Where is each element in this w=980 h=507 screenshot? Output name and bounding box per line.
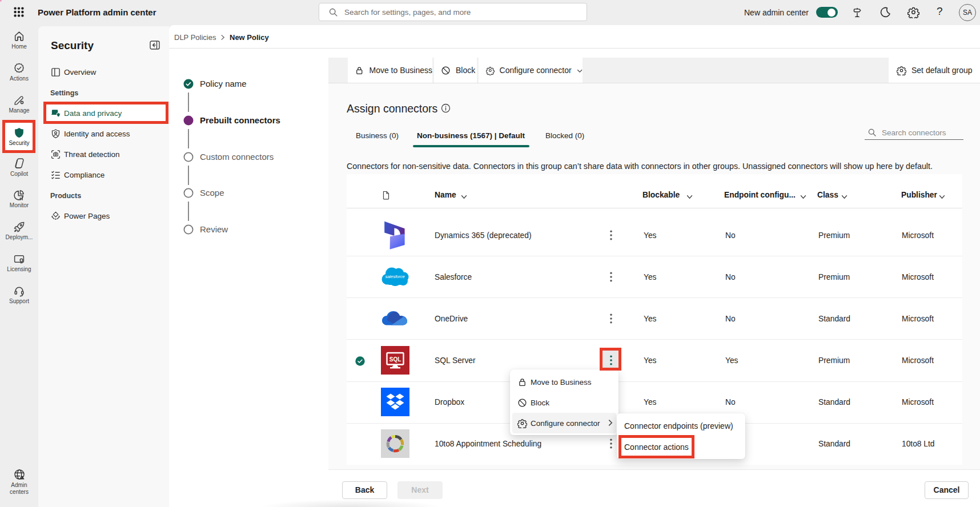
svg-text:SQL: SQL bbox=[389, 356, 401, 363]
svg-text:salesforce: salesforce bbox=[385, 274, 404, 279]
